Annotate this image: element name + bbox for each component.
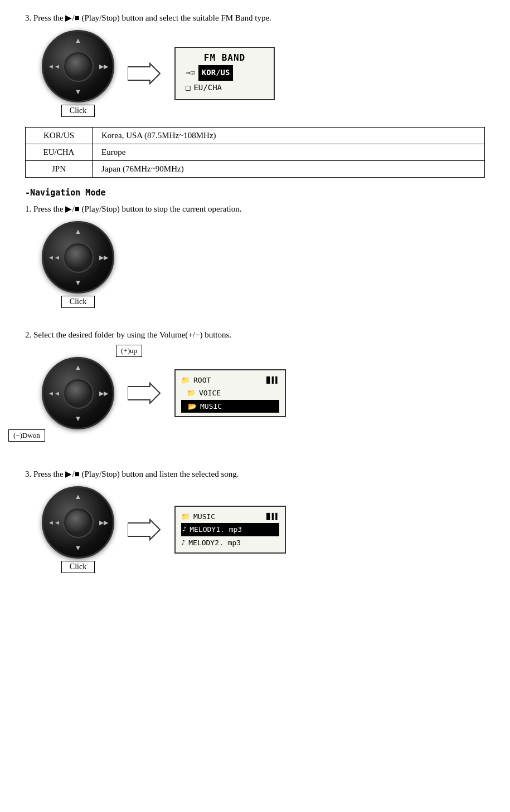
arrow-down-icon: ▼ bbox=[75, 87, 82, 96]
arrow-right-icon-4: ▶▶ bbox=[99, 519, 108, 526]
music-melody1-label: MELODY1. mp3 bbox=[190, 523, 242, 536]
music-row-title: 📁 MUSIC ▐▌▌▌ bbox=[181, 510, 279, 523]
step3-fmband-section: 3. Press the ▶/■ (Play/Stop) button and … bbox=[25, 11, 485, 117]
nav-step1: 1. Press the ▶/■ (Play/Stop) button to s… bbox=[25, 202, 485, 308]
arrow-up-icon-3: ▲ bbox=[75, 363, 82, 372]
nav-play-stop-group: ▲ ▼ ◄◄ ▶▶ Click bbox=[42, 221, 114, 308]
table-cell-kor-region: KOR/US bbox=[26, 128, 93, 144]
svg-marker-2 bbox=[128, 520, 160, 540]
fm-option-kor-indicator: ⇒☑ bbox=[186, 66, 195, 80]
nav-step1-diagram: ▲ ▼ ◄◄ ▶▶ Click bbox=[42, 221, 485, 308]
arrow-down-icon-2: ▼ bbox=[75, 278, 82, 287]
band-table-section: KOR/US Korea, USA (87.5MHz~108MHz) EU/CH… bbox=[25, 127, 485, 178]
folder-icon-root: 📁 bbox=[181, 374, 190, 387]
music-row-melody1: ♪ MELODY1. mp3 bbox=[181, 523, 279, 536]
table-cell-jpn-region: JPN bbox=[26, 161, 93, 178]
arrow-up-icon: ▲ bbox=[75, 36, 82, 45]
music-folder-icon: 📁 bbox=[181, 510, 190, 523]
folder-row-root: 📁 ROOT ▐▌▌▌ bbox=[181, 374, 279, 387]
device-button-inner-2 bbox=[63, 242, 94, 273]
arrow-right-icon: ▶▶ bbox=[99, 63, 108, 70]
nav-step2-diagram: (−)Dwon (+)up ▲ ▼ ◄◄ ▶▶ (−)Dwon bbox=[42, 357, 485, 429]
device-button-inner-1 bbox=[63, 51, 94, 82]
arrow-svg-3 bbox=[128, 518, 161, 541]
folder-label-voice: VOICE bbox=[199, 387, 221, 399]
music-row-melody2: ♪ MELODY2. mp3 bbox=[181, 536, 279, 549]
plus-label: (+)up bbox=[116, 345, 142, 357]
nav-step3: 3. Press the ▶/■ (Play/Stop) button and … bbox=[25, 467, 485, 573]
nav-mode-heading: -Navigation Mode bbox=[25, 188, 485, 198]
step3-fmband-diagram: ▲ ▼ ◄◄ ▶▶ Click FM BAND ⇒☑ KOR/US □ bbox=[42, 30, 485, 117]
fm-band-title: FM BAND bbox=[186, 52, 264, 63]
table-row-jpn: JPN Japan (76MHz~90MHz) bbox=[26, 161, 485, 178]
fm-band-options: ⇒☑ KOR/US □ EU/CHA bbox=[186, 65, 264, 94]
folder-display: 📁 ROOT ▐▌▌▌ 📁 VOICE 📂 MUSIC bbox=[174, 369, 286, 417]
table-row-eu: EU/CHA Europe bbox=[26, 144, 485, 161]
arrow-svg-1 bbox=[128, 62, 161, 85]
music-folder-label: MUSIC bbox=[193, 510, 215, 523]
folder-label-music: MUSIC bbox=[200, 400, 222, 413]
arrow-right-icon-2: ▶▶ bbox=[99, 254, 108, 261]
fm-option-eu-indicator: □ bbox=[186, 81, 190, 95]
fm-option-kor-us: ⇒☑ KOR/US bbox=[186, 65, 264, 80]
right-arrow-3 bbox=[128, 518, 161, 541]
arrow-up-icon-2: ▲ bbox=[75, 227, 82, 236]
play-stop-button-group: ▲ ▼ ◄◄ ▶▶ Click bbox=[42, 30, 114, 117]
arrow-left-icon: ◄◄ bbox=[48, 63, 60, 70]
table-cell-eu-region: EU/CHA bbox=[26, 144, 93, 161]
device-button-4: ▲ ▼ ◄◄ ▶▶ bbox=[42, 486, 114, 559]
step3-fmband-instruction: 3. Press the ▶/■ (Play/Stop) button and … bbox=[25, 11, 485, 25]
table-cell-eu-desc: Europe bbox=[93, 144, 485, 161]
device-button-2: ▲ ▼ ◄◄ ▶▶ bbox=[42, 221, 114, 294]
nav-step3-button-group: ▲ ▼ ◄◄ ▶▶ Click bbox=[42, 486, 114, 573]
arrow-svg-2 bbox=[128, 382, 161, 404]
music-note-icon-2: ♪ bbox=[181, 537, 185, 549]
spacer-1 bbox=[25, 318, 485, 328]
device-button-inner-3 bbox=[63, 378, 94, 409]
arrow-left-icon-2: ◄◄ bbox=[48, 254, 60, 261]
arrow-down-icon-4: ▼ bbox=[75, 544, 82, 552]
music-note-icon-1: ♪ bbox=[182, 524, 186, 536]
device-button-3: ▲ ▼ ◄◄ ▶▶ bbox=[42, 357, 114, 429]
right-arrow-2 bbox=[128, 382, 161, 404]
fm-option-eu-label: EU/CHA bbox=[193, 81, 222, 95]
device-button-1: ▲ ▼ ◄◄ ▶▶ bbox=[42, 30, 114, 102]
folder-indent-music: 📂 bbox=[188, 400, 197, 413]
click-label-2: Click bbox=[61, 296, 95, 308]
vol-button-group: (+)up ▲ ▼ ◄◄ ▶▶ (−)Dwon bbox=[42, 357, 114, 429]
fm-option-kor-label: KOR/US bbox=[198, 65, 234, 80]
music-melody2-label: MELODY2. mp3 bbox=[188, 536, 241, 549]
click-label-1: Click bbox=[61, 105, 95, 117]
folder-row-music: 📂 MUSIC bbox=[181, 400, 279, 413]
arrow-up-icon-4: ▲ bbox=[75, 492, 82, 501]
nav-step3-diagram: ▲ ▼ ◄◄ ▶▶ Click 📁 MUSIC ▐▌▌▌ bbox=[42, 486, 485, 573]
device-button-inner-4 bbox=[63, 507, 94, 538]
music-battery-icon: ▐▌▌▌ bbox=[265, 511, 280, 522]
spacer-2 bbox=[25, 445, 485, 467]
right-arrow-1 bbox=[128, 62, 161, 85]
nav-step3-instruction: 3. Press the ▶/■ (Play/Stop) button and … bbox=[25, 467, 485, 481]
nav-step2: 2. Select the desired folder by using th… bbox=[25, 328, 485, 429]
table-cell-kor-desc: Korea, USA (87.5MHz~108MHz) bbox=[93, 128, 485, 144]
band-table: KOR/US Korea, USA (87.5MHz~108MHz) EU/CH… bbox=[25, 127, 485, 178]
nav-step1-instruction: 1. Press the ▶/■ (Play/Stop) button to s… bbox=[25, 202, 485, 216]
folder-row-voice: 📁 VOICE bbox=[181, 387, 279, 399]
arrow-left-icon-4: ◄◄ bbox=[48, 519, 60, 526]
click-label-3: Click bbox=[61, 561, 95, 573]
svg-marker-0 bbox=[128, 63, 160, 84]
nav-step2-instruction: 2. Select the desired folder by using th… bbox=[25, 328, 485, 341]
battery-icon: ▐▌▌▌ bbox=[265, 375, 280, 386]
arrow-right-icon-3: ▶▶ bbox=[99, 390, 108, 397]
music-display: 📁 MUSIC ▐▌▌▌ ♪ MELODY1. mp3 ♪ MELODY2. m… bbox=[174, 506, 286, 554]
nav-mode-section: -Navigation Mode 1. Press the ▶/■ (Play/… bbox=[25, 188, 485, 573]
svg-marker-1 bbox=[128, 383, 160, 403]
fm-option-eu-cha: □ EU/CHA bbox=[186, 81, 264, 95]
arrow-left-icon-3: ◄◄ bbox=[48, 390, 60, 397]
folder-label-root: ROOT bbox=[193, 374, 211, 387]
minus-label-inline: (−)Dwon bbox=[8, 429, 45, 442]
arrow-down-icon-3: ▼ bbox=[75, 414, 82, 423]
folder-indent-voice: 📁 bbox=[187, 387, 196, 399]
fm-band-display: FM BAND ⇒☑ KOR/US □ EU/CHA bbox=[174, 47, 275, 100]
table-cell-jpn-desc: Japan (76MHz~90MHz) bbox=[93, 161, 485, 178]
table-row-kor: KOR/US Korea, USA (87.5MHz~108MHz) bbox=[26, 128, 485, 144]
